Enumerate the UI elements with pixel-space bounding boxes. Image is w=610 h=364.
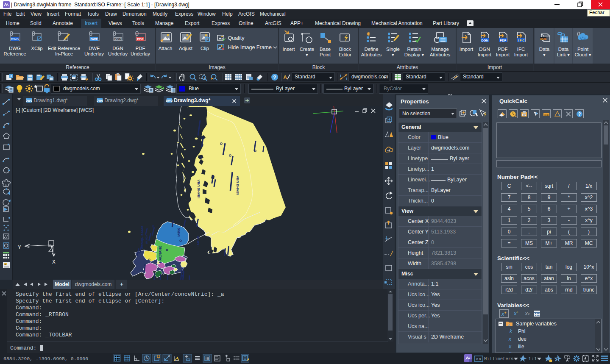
svg-text:?: ? (273, 75, 276, 81)
svg-text:DGN: DGN (114, 37, 122, 41)
svg-text:AJMAN: AJMAN (145, 235, 148, 244)
svg-text:I F C: I F C (518, 39, 524, 42)
svg-text:x: x (508, 322, 510, 327)
svg-text:Y: Y (18, 245, 21, 251)
svg-text:SHARJAH: SHARJAH (158, 245, 162, 263)
svg-text:DWG: DWG (97, 99, 103, 102)
svg-text:PDF: PDF (137, 37, 144, 41)
svg-text:RAS AL: RAS AL (181, 268, 184, 278)
svg-text:UMM AL-QUWAIN: UMM AL-QUWAIN (141, 226, 144, 250)
svg-text:DWG: DWG (26, 99, 32, 102)
svg-text:DUBAI: DUBAI (196, 236, 200, 246)
svg-text:X: X (52, 259, 56, 265)
svg-text:1:1: 1:1 (528, 356, 537, 361)
svg-text:DWF: DWF (90, 37, 97, 41)
svg-text:ACIS: ACIS (540, 37, 547, 40)
svg-text:A: A (4, 263, 6, 266)
svg-text:ABU DHABI: ABU DHABI (197, 180, 201, 199)
svg-text:DGN: DGN (481, 39, 488, 42)
svg-text:Millimeters: Millimeters (484, 356, 513, 361)
svg-text:ABU DHABI: ABU DHABI (236, 176, 240, 195)
svg-text:0.0: 0.0 (476, 357, 481, 361)
svg-text:?: ? (578, 112, 581, 117)
svg-text:DUBAI: DUBAI (177, 228, 180, 237)
svg-text:A: A (283, 74, 287, 81)
svg-text:DWG: DWG (166, 99, 173, 102)
svg-text:PDF: PDF (500, 39, 506, 42)
svg-text:DWG: DWG (11, 37, 19, 41)
